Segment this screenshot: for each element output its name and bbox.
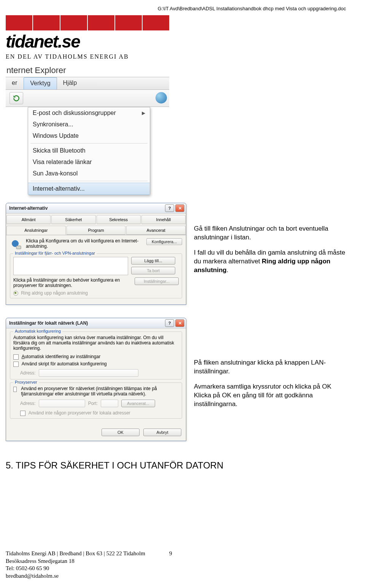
lan-titlebar: Inställningar för lokalt nätverk (LAN) ?… (6, 318, 186, 328)
tab-sekretess[interactable]: Sekretess (97, 215, 141, 224)
checkbox-icon (13, 362, 19, 367)
footer-line4: bredband@tidaholm.se (6, 572, 346, 580)
close-button[interactable]: ✕ (175, 204, 184, 212)
menu-bluetooth-label: Skicka till Bluetooth (33, 147, 86, 154)
instr2-p2: Avmarkera samtliga kryssrutor och klicka… (194, 383, 332, 390)
avbryt-button[interactable]: Avbryt (143, 429, 181, 436)
menu-relaterade-label: Visa relaterade länkar (33, 159, 92, 166)
radio-ring-aldrig[interactable]: Ring aldrig upp någon anslutning (13, 290, 179, 296)
ia-tabs-row1: Allmänt Säkerhet Sekretess Innehåll (6, 214, 186, 225)
checkbox-icon (20, 411, 25, 416)
radio-ring-label: Ring aldrig upp någon anslutning (21, 290, 87, 296)
vpn-group-legend: Inställningar för fjärr- och VPN-anslutn… (13, 251, 97, 255)
logo-subtitle: EN DEL AV TIDAHOLMS ENERGI AB (6, 53, 346, 60)
ie-screenshot: nternet Explorer er Verktyg Hjälp E-post… (6, 63, 169, 195)
page-number: 9 (169, 550, 172, 558)
proxy-port-input[interactable] (101, 400, 118, 407)
instr1-p2: I fall du vill du behålla din gamla ansl… (194, 249, 346, 275)
chk-local-label: Använd inte någon proxyserver för lokala… (29, 410, 130, 416)
menu-relaterade[interactable]: Visa relaterade länkar (28, 156, 150, 168)
avancerat-button[interactable]: Avancerat... (121, 400, 155, 407)
footer-line3: Tel: 0502-60 65 90 (6, 565, 346, 572)
tab-program[interactable]: Program (67, 226, 126, 235)
menu-bluetooth[interactable]: Skicka till Bluetooth (28, 145, 150, 156)
instr1-p2c: . (227, 266, 229, 274)
proxy-adress-label: Adress: (20, 401, 36, 406)
tab-sakerhet[interactable]: Säkerhet (51, 215, 95, 224)
proxy-port-label: Port: (88, 401, 98, 406)
footer: Tidaholms Energi AB | Bredband | Box 63 … (6, 550, 346, 580)
help-button[interactable]: ? (165, 319, 174, 327)
chk-use-script[interactable]: Använd skript för automatisk konfigureri… (13, 361, 179, 367)
instr2-p3: Klicka på OK en gång till för att godkän… (194, 392, 313, 408)
instructions-block-2: På fliken anslutningar klicka på knappen… (194, 352, 346, 415)
menu-winupdate-label: Windows Update (33, 132, 79, 139)
close-button[interactable]: ✕ (175, 319, 184, 327)
menu-internetalternativ[interactable]: Internet-alternativ... (28, 183, 150, 195)
menu-separator (30, 181, 148, 181)
tab-allmant[interactable]: Allmänt (6, 215, 51, 224)
menubar-truncated[interactable]: er (6, 77, 24, 89)
installningar-button[interactable]: Inställningar... (135, 277, 179, 285)
menu-separator (30, 143, 148, 143)
internet-alternativ-window: Internet-alternativ ? ✕ Allmänt Säkerhet… (6, 203, 186, 305)
logo-block: tidanet.se EN DEL AV TIDAHOLMS ENERGI AB (6, 15, 346, 60)
lan-title: Inställningar för lokalt nätverk (LAN) (9, 320, 88, 326)
instr2-p2-3: Avmarkera samtliga kryssrutor och klicka… (194, 382, 346, 409)
instr1-p1: Gå till fliken Anslutningar och ta bort … (194, 225, 346, 242)
tab-avancerat[interactable]: Avancerat (126, 226, 186, 235)
globe-connect-icon (10, 238, 23, 251)
menubar-verktyg[interactable]: Verktyg (24, 77, 57, 89)
adress-input[interactable] (39, 369, 138, 377)
chk-use-proxy[interactable]: Använd en proxyserver för nätverket (ins… (13, 386, 179, 397)
ia-titlebar: Internet-alternativ ? ✕ (6, 203, 186, 214)
radio-icon (13, 291, 18, 296)
section-5-heading: 5. TIPS FÖR SÄKERHET I OCH UTANFÖR DATOR… (6, 460, 346, 471)
menu-java-label: Sun Java-konsol (33, 170, 78, 177)
refresh-icon[interactable] (10, 92, 23, 104)
konfigurera-button[interactable]: Konfigurera... (146, 238, 182, 245)
chk-auto-label-u: A (22, 354, 25, 359)
proxy-adress-input[interactable] (39, 400, 85, 407)
logo-text: tidanet.se (6, 31, 346, 52)
ie-window-title: nternet Explorer (6, 63, 169, 77)
logo-bars (6, 15, 346, 30)
svg-rect-1 (16, 246, 21, 249)
chk-bypass-local[interactable]: Använd inte någon proxyserver för lokala… (20, 410, 179, 416)
menu-java[interactable]: Sun Java-konsol (28, 168, 150, 179)
instructions-block-1: Gå till fliken Anslutningar och ta bort … (194, 218, 346, 281)
chk-script-label: Använd skript för automatisk konfigureri… (22, 361, 107, 367)
footer-line2: Besöksadress Smedjegatan 18 (6, 558, 346, 565)
ia-tabs-row2: Anslutningar Program Avancerat (6, 224, 186, 235)
menu-winupdate[interactable]: Windows Update (28, 130, 150, 142)
submenu-arrow-icon: ▶ (142, 110, 145, 116)
menu-epost[interactable]: E-post och diskussionsgrupper ▶ (28, 107, 150, 119)
menubar-hjalp[interactable]: Hjälp (57, 77, 83, 89)
proxy-groupbox: Proxyserver Använd en proxyserver för nä… (10, 382, 182, 419)
checkbox-icon (13, 387, 17, 392)
ia-title: Internet-alternativ (9, 206, 48, 211)
vpn-groupbox: Inställningar för fjärr- och VPN-anslutn… (10, 253, 182, 298)
menu-epost-label: E-post och diskussionsgrupper (33, 110, 116, 116)
globe-icon (156, 92, 167, 104)
chk-auto-detect[interactable]: Automatisk identifiering av inställninga… (13, 354, 179, 360)
proxy-legend: Proxyserver (13, 380, 39, 384)
adress-label: Adress: (20, 370, 36, 376)
menu-sync-label: Synkronisera... (33, 121, 73, 128)
menu-sync[interactable]: Synkronisera... (28, 119, 150, 130)
tab-anslutningar[interactable]: Anslutningar (6, 226, 66, 235)
tab-innehall[interactable]: Innehåll (141, 215, 186, 224)
ie-toolbar (6, 90, 169, 107)
vpn-listbox[interactable] (13, 257, 128, 275)
chk-auto-label: utomatisk identifiering av inställningar (25, 354, 100, 359)
ia-konfig-text: Klicka på Konfigurera om du vill konfigu… (26, 238, 143, 249)
auto-config-text: Automatisk konfigurering kan skriva över… (13, 335, 179, 351)
ta-bort-button[interactable]: Ta bort (131, 267, 175, 274)
ok-button[interactable]: OK (102, 429, 140, 436)
help-button[interactable]: ? (165, 204, 174, 212)
lagg-till-button[interactable]: Lägg till... (131, 257, 175, 265)
menu-internetalternativ-label: Internet-alternativ... (33, 185, 85, 192)
verktyg-menu: E-post och diskussionsgrupper ▶ Synkroni… (28, 107, 150, 195)
ie-menubar: er Verktyg Hjälp (6, 77, 169, 90)
checkbox-icon (13, 354, 19, 360)
